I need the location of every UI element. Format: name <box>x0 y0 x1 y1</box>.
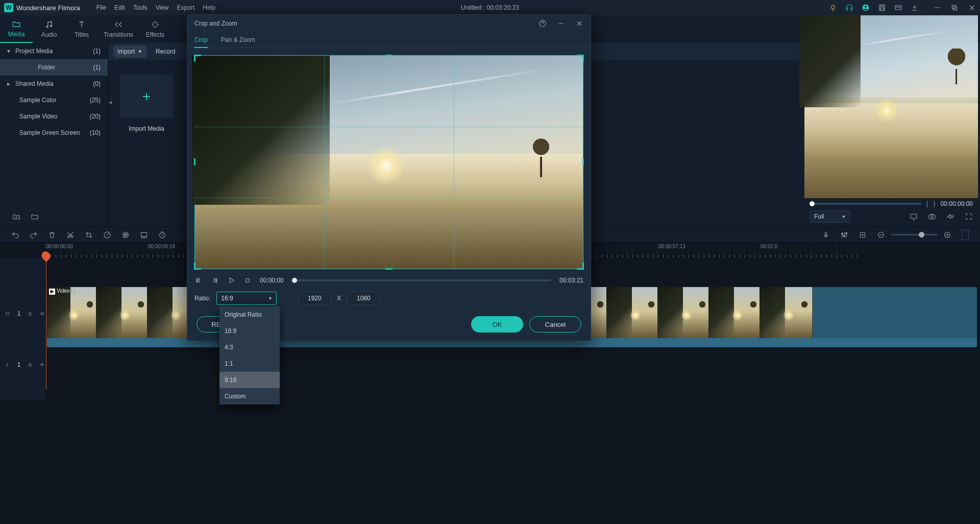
redo-icon[interactable] <box>30 231 38 239</box>
mixer-icon[interactable] <box>840 231 848 239</box>
close-icon[interactable] <box>968 4 976 12</box>
help-icon[interactable] <box>538 19 547 28</box>
transition-icon <box>114 20 123 29</box>
crop-handle-b[interactable] <box>385 264 393 270</box>
app-logo: W Wondershare Filmora <box>4 3 80 12</box>
account-icon[interactable] <box>862 4 870 12</box>
crop-handle-br[interactable] <box>577 263 584 270</box>
track-index: 1 <box>17 361 21 368</box>
svg-point-12 <box>50 26 52 27</box>
play-time-left: 00:00:00 <box>260 277 284 284</box>
tab-audio[interactable]: Audio <box>33 15 65 43</box>
ratio-select[interactable]: 16:9 ▼ <box>216 292 277 305</box>
marker-icon[interactable] <box>859 231 867 239</box>
tab-titles[interactable]: Titles <box>65 15 98 43</box>
duration-icon[interactable] <box>158 231 166 239</box>
play-icon[interactable] <box>227 276 235 284</box>
mail-icon[interactable] <box>894 4 902 12</box>
crop-icon[interactable] <box>85 231 93 239</box>
record-button[interactable]: Record <box>152 45 180 58</box>
sidebar-item-project-media[interactable]: ▾Project Media(1) <box>0 43 108 59</box>
crop-preview[interactable] <box>194 55 583 269</box>
prev-frame-icon[interactable] <box>194 276 203 284</box>
menu-export[interactable]: Export <box>177 4 195 11</box>
width-input[interactable]: 1920 <box>298 292 331 305</box>
count-badge: (20) <box>90 113 101 120</box>
tab-transitions[interactable]: Transitions <box>98 15 139 43</box>
ratio-row: Ratio: 16:9 ▼ 1920 X 1080 <box>187 288 591 308</box>
download-icon[interactable] <box>911 4 919 12</box>
next-frame-icon[interactable] <box>211 276 219 284</box>
stop-icon[interactable] <box>243 276 252 284</box>
ratio-option-4-3[interactable]: 4:3 <box>219 339 280 355</box>
sidebar-item-sample-video[interactable]: Sample Video(20) <box>0 108 108 125</box>
sidebar-item-folder[interactable]: Folder(1) <box>0 59 108 76</box>
tab-media[interactable]: Media <box>0 15 33 43</box>
maximize-icon[interactable] <box>950 4 959 12</box>
minimize-icon[interactable] <box>557 19 565 28</box>
ratio-option-1-1[interactable]: 1:1 <box>219 355 280 372</box>
crop-handle-bl[interactable] <box>194 263 201 270</box>
voiceover-icon[interactable] <box>822 231 830 239</box>
fullscreen-icon[interactable] <box>965 212 973 221</box>
folder-icon <box>12 19 21 29</box>
zoom-slider[interactable] <box>891 234 937 235</box>
preview-quality-select[interactable]: Full▼ <box>810 210 850 223</box>
ratio-option-custom[interactable]: Custom <box>219 388 280 404</box>
tab-pan-zoom[interactable]: Pan & Zoom <box>221 32 255 48</box>
menu-help[interactable]: Help <box>203 4 215 11</box>
cut-icon[interactable] <box>66 231 75 239</box>
speaker-icon[interactable] <box>40 361 45 369</box>
color-icon[interactable] <box>121 231 130 239</box>
dialog-scrubber[interactable] <box>292 279 552 281</box>
tab-crop[interactable]: Crop <box>194 32 208 48</box>
display-icon[interactable] <box>910 212 918 221</box>
zoom-in-icon[interactable] <box>943 231 951 239</box>
dialog-titlebar: Crop and Zoom <box>187 15 591 32</box>
save-icon[interactable] <box>878 4 886 12</box>
idea-icon[interactable] <box>829 4 837 12</box>
ratio-option-9-16[interactable]: 9:16 <box>219 372 280 388</box>
cancel-button[interactable]: Cancel <box>529 316 581 332</box>
eye-icon[interactable] <box>40 309 45 318</box>
menu-file[interactable]: File <box>96 4 106 11</box>
menu-edit[interactable]: Edit <box>114 4 125 11</box>
import-media-tile[interactable]: + Import Media <box>113 65 180 142</box>
crop-handle-r[interactable] <box>578 158 584 165</box>
sidebar-item-sample-color[interactable]: Sample Color(25) <box>0 92 108 108</box>
dialog-title: Crop and Zoom <box>194 20 237 27</box>
audio-track[interactable]: 1 <box>0 354 980 375</box>
sidebar-item-sample-green-screen[interactable]: Sample Green Screen(10) <box>0 125 108 141</box>
crop-handle-tl[interactable] <box>194 55 201 62</box>
preview-viewport[interactable] <box>804 15 978 198</box>
undo-icon[interactable] <box>11 231 19 239</box>
volume-icon[interactable] <box>946 212 954 221</box>
zoom-fit-icon[interactable] <box>962 230 969 240</box>
lock-icon[interactable] <box>28 361 33 369</box>
new-folder-icon[interactable] <box>12 212 20 221</box>
preview-scrubber[interactable] <box>810 203 921 205</box>
close-icon[interactable] <box>575 19 583 28</box>
ratio-option-16-9[interactable]: 16:9 <box>219 323 280 339</box>
import-button[interactable]: Import▼ <box>113 45 146 58</box>
height-input[interactable]: 1080 <box>347 292 380 305</box>
zoom-out-icon[interactable] <box>877 231 885 239</box>
green-screen-icon[interactable] <box>140 231 148 239</box>
menu-tools[interactable]: Tools <box>133 4 148 11</box>
ratio-option-original[interactable]: Original Ratio <box>219 306 280 323</box>
speed-icon[interactable] <box>103 231 111 239</box>
delete-icon[interactable] <box>48 231 56 239</box>
minimize-icon[interactable] <box>933 4 941 12</box>
tab-effects[interactable]: Effects <box>139 15 172 43</box>
folder-icon[interactable] <box>31 212 39 221</box>
snapshot-icon[interactable] <box>928 212 936 221</box>
sidebar-item-shared-media[interactable]: ▸Shared Media(0) <box>0 76 108 92</box>
lock-icon[interactable] <box>28 309 33 318</box>
ok-button[interactable]: OK <box>471 316 523 332</box>
headset-icon[interactable] <box>845 4 853 12</box>
crop-handle-t[interactable] <box>385 55 393 61</box>
menu-view[interactable]: View <box>156 4 169 11</box>
crop-handle-l[interactable] <box>194 158 200 165</box>
ratio-label: Ratio: <box>194 295 210 302</box>
crop-handle-tr[interactable] <box>577 55 584 62</box>
